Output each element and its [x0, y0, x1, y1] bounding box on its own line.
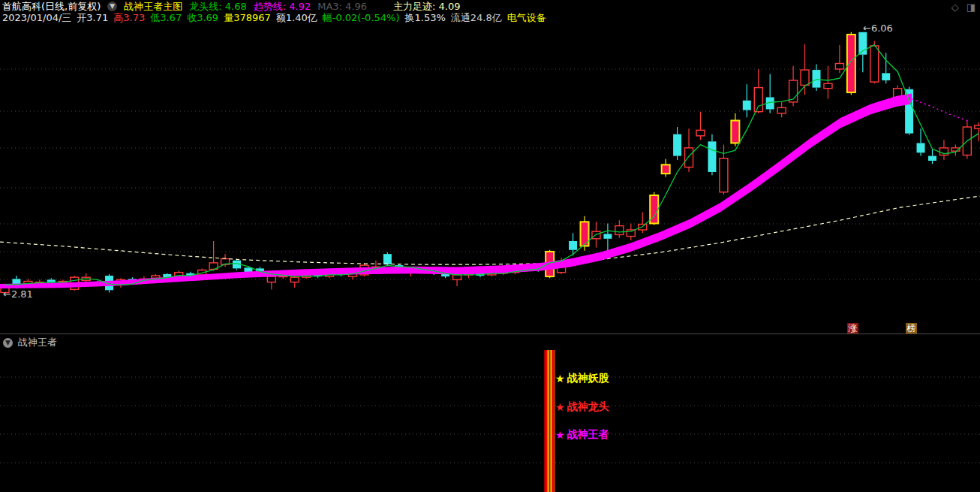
panel-toggle-icon[interactable]: ◨ [966, 2, 975, 13]
open-value: 开3.71 [77, 12, 108, 23]
signal-label-wangzhe: ★ 战神王者 [555, 428, 609, 442]
signal-text: 战神妖股 [567, 372, 609, 385]
dragon-line-value: 龙头线: 4.68 [189, 1, 246, 12]
sector-label: 电气设备 [507, 12, 546, 23]
close-value: 收3.69 [187, 12, 218, 23]
diamond-icon[interactable]: ◇ [951, 2, 959, 13]
signal-label-longtou: ★ 战神龙头 [555, 400, 609, 414]
volume-value: 量378967 [224, 12, 271, 23]
star-icon: ★ [555, 429, 565, 441]
bang-badge[interactable]: 榜 [906, 323, 917, 334]
low-price-annotation: ←2.81 [3, 288, 33, 300]
signal-label-yaogu: ★ 战神妖股 [555, 372, 609, 385]
panel-divider [0, 334, 980, 334]
star-icon: ★ [555, 401, 565, 413]
ma3-value: MA3: 4.96 [317, 1, 367, 12]
change-value: 幅-0.02(-0.54%) [323, 12, 400, 23]
signal-indicator-panel[interactable] [0, 334, 980, 492]
signal-text: 战神王者 [567, 428, 609, 442]
high-value: 高3.73 [113, 12, 145, 23]
star-icon: ★ [555, 373, 565, 385]
info-line-1: 首航高科(日线,前复权) ▼ 战神王者主图 龙头线: 4.68 趋势线: 4.9… [2, 1, 461, 12]
main-force-value: 主力足迹: 4.09 [393, 1, 460, 12]
date-value: 2023/01/04/三 [2, 12, 71, 23]
info-line-2: 2023/01/04/三 开3.71 高3.73 低3.67 收3.69 量37… [2, 12, 546, 23]
indicator-title: 战神王者主图 [124, 1, 182, 12]
amount-value: 额1.40亿 [276, 12, 317, 23]
trend-line-value: 趋势线: 4.92 [254, 1, 311, 12]
turnover-value: 换1.53% [405, 12, 446, 23]
sub-panel-title: 战神王者 [18, 336, 57, 349]
float-cap-value: 流通24.8亿 [451, 12, 502, 23]
low-value: 低3.67 [150, 12, 182, 23]
high-price-annotation: ←6.06 [863, 23, 893, 34]
stock-title: 首航高科(日线,前复权) [2, 1, 101, 12]
window-corner-icons: ◇ ◨ [951, 2, 975, 13]
stock-terminal-window: 首航高科(日线,前复权) ▼ 战神王者主图 龙头线: 4.68 趋势线: 4.9… [0, 0, 980, 492]
main-candlestick-chart[interactable] [0, 23, 980, 333]
sub-panel-header: ▼ 战神王者 [3, 336, 57, 349]
chevron-down-icon[interactable]: ▼ [3, 338, 13, 348]
zhang-badge[interactable]: 涨 [847, 323, 858, 334]
chart-info-header: 首航高科(日线,前复权) ▼ 战神王者主图 龙头线: 4.68 趋势线: 4.9… [0, 0, 980, 23]
signal-text: 战神龙头 [567, 400, 609, 414]
chevron-down-icon[interactable]: ▼ [107, 2, 117, 11]
